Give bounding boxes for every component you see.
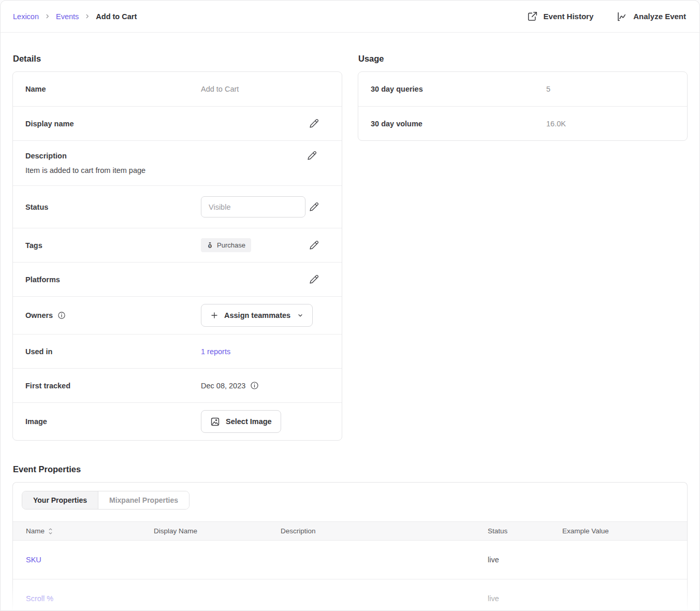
first-tracked-label: First tracked — [25, 382, 201, 390]
analyze-event-label: Analyze Event — [633, 12, 686, 21]
svg-text:$: $ — [209, 244, 211, 248]
event-properties-card: Your Properties Mixpanel Properties Name — [12, 482, 688, 611]
event-history-button[interactable]: Event History — [527, 11, 594, 22]
info-icon[interactable] — [57, 311, 66, 319]
property-link-scroll-pct[interactable]: Scroll % — [26, 594, 154, 603]
detail-row-name: Name Add to Cart — [13, 72, 342, 106]
topbar-actions: Event History Analyze Event — [527, 11, 686, 22]
money-bag-icon: $ — [207, 242, 213, 249]
name-label: Name — [25, 85, 201, 93]
used-in-label: Used in — [25, 347, 201, 356]
volume-value: 16.0K — [546, 120, 675, 128]
usage-title: Usage — [358, 54, 688, 64]
image-label: Image — [25, 417, 201, 426]
status-input[interactable] — [201, 196, 305, 217]
display-name-label: Display name — [25, 120, 201, 128]
event-history-label: Event History — [544, 12, 594, 21]
usage-row-volume: 30 day volume 16.0K — [358, 106, 687, 140]
detail-row-used-in: Used in 1 reports — [13, 334, 342, 368]
usage-card: 30 day queries 5 30 day volume 16.0K — [358, 71, 688, 141]
table-row: Scroll % live — [13, 579, 687, 611]
queries-value: 5 — [546, 85, 675, 93]
table-row: SKU live — [13, 541, 687, 579]
pencil-icon — [309, 202, 319, 212]
properties-table: Name Display Name Description Status Exa… — [13, 521, 687, 611]
detail-row-description: Description Item is added to cart from i… — [13, 140, 342, 185]
edit-tags-button[interactable] — [308, 239, 320, 251]
event-properties-title: Event Properties — [13, 464, 688, 474]
lexicon-event-detail-page: Lexicon Events Add to Cart Event Histo — [0, 0, 700, 611]
edit-display-name-button[interactable] — [308, 118, 320, 129]
tag-label: Purchase — [217, 241, 245, 249]
detail-row-status: Status — [13, 185, 342, 228]
chevron-right-icon — [45, 13, 50, 19]
event-properties-section: Event Properties Your Properties Mixpane… — [12, 464, 688, 611]
pencil-icon — [309, 119, 319, 128]
detail-row-first-tracked: First tracked Dec 08, 2023 — [13, 368, 342, 402]
owners-label: Owners — [25, 311, 53, 319]
chevron-down-icon — [297, 312, 303, 318]
details-card: Name Add to Cart Display name Descriptio… — [12, 71, 342, 441]
description-value: Item is added to cart from item page — [25, 166, 329, 174]
property-link-sku[interactable]: SKU — [26, 556, 154, 564]
first-tracked-value: Dec 08, 2023 — [201, 382, 245, 390]
pencil-icon — [307, 151, 317, 161]
properties-tabs: Your Properties Mixpanel Properties — [22, 491, 189, 510]
edit-description-button[interactable] — [306, 150, 318, 162]
properties-table-header: Name Display Name Description Status Exa… — [13, 521, 687, 541]
platforms-label: Platforms — [25, 275, 201, 284]
detail-row-tags: Tags $ Purchase — [13, 228, 342, 262]
plus-icon — [210, 311, 218, 319]
usage-section: Usage 30 day queries 5 30 day volume 16.… — [358, 33, 688, 141]
select-image-button[interactable]: Select Image — [201, 410, 281, 433]
column-header-example-value[interactable]: Example Value — [562, 527, 674, 535]
description-label: Description — [25, 152, 201, 160]
topbar: Lexicon Events Add to Cart Event Histo — [1, 1, 699, 33]
external-link-icon — [527, 11, 538, 22]
tag-chip-purchase[interactable]: $ Purchase — [201, 238, 251, 252]
tags-label: Tags — [25, 241, 201, 250]
sort-icon[interactable] — [48, 528, 53, 535]
tab-your-properties[interactable]: Your Properties — [22, 491, 98, 509]
detail-row-platforms: Platforms — [13, 262, 342, 296]
detail-row-owners: Owners Assign teammates — [13, 296, 342, 334]
column-header-description[interactable]: Description — [281, 527, 488, 535]
column-header-status[interactable]: Status — [488, 527, 562, 535]
page-content: Details Name Add to Cart Display name — [1, 33, 699, 611]
property-status: live — [488, 556, 562, 564]
used-in-reports-link[interactable]: 1 reports — [201, 347, 230, 356]
details-section: Details Name Add to Cart Display name — [12, 33, 342, 441]
column-header-display-name[interactable]: Display Name — [154, 527, 281, 535]
breadcrumb: Lexicon Events Add to Cart — [13, 12, 137, 21]
line-chart-icon — [616, 11, 628, 22]
pencil-icon — [309, 274, 319, 284]
breadcrumb-events[interactable]: Events — [56, 12, 79, 21]
edit-platforms-button[interactable] — [308, 273, 320, 285]
pencil-icon — [309, 240, 319, 250]
usage-row-queries: 30 day queries 5 — [358, 72, 687, 106]
detail-row-image: Image Select Image — [13, 402, 342, 440]
property-status: live — [488, 594, 562, 603]
image-icon — [210, 417, 220, 427]
name-value: Add to Cart — [201, 85, 329, 93]
column-header-name[interactable]: Name — [26, 527, 154, 535]
tab-mixpanel-properties[interactable]: Mixpanel Properties — [98, 491, 189, 509]
assign-teammates-button[interactable]: Assign teammates — [201, 304, 313, 327]
analyze-event-button[interactable]: Analyze Event — [616, 11, 686, 22]
select-image-label: Select Image — [226, 417, 272, 426]
chevron-right-icon — [84, 13, 90, 19]
edit-status-button[interactable] — [308, 201, 320, 213]
info-icon[interactable] — [250, 381, 259, 390]
assign-teammates-label: Assign teammates — [224, 311, 290, 319]
queries-label: 30 day queries — [371, 85, 546, 93]
volume-label: 30 day volume — [371, 120, 546, 128]
status-label: Status — [25, 203, 201, 211]
breadcrumb-current-event: Add to Cart — [96, 12, 137, 21]
detail-row-display-name: Display name — [13, 106, 342, 140]
breadcrumb-lexicon[interactable]: Lexicon — [13, 12, 39, 21]
details-title: Details — [13, 54, 342, 64]
